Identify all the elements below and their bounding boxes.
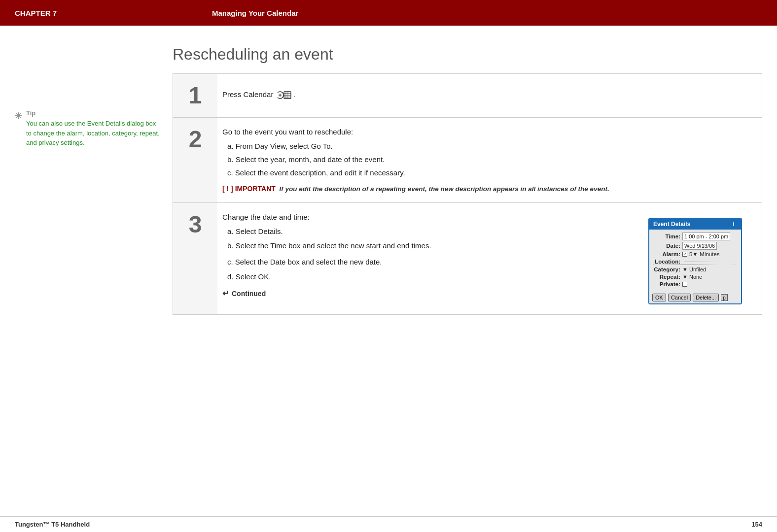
continued: ↵ Continued — [222, 289, 638, 298]
chapter-label: CHAPTER 7 — [15, 9, 212, 17]
step-1-press-text: Press Calendar — [222, 90, 273, 99]
important-bracket: [ ! ] — [222, 185, 233, 193]
step-1-content: Press Calendar — [217, 74, 762, 117]
steps-container: 1 Press Calendar — [173, 73, 762, 315]
alarm-dropdown[interactable]: ▼ — [692, 251, 698, 257]
content-area: Rescheduling an event 1 Press Calendar — [173, 45, 762, 315]
step-3-sub-d: d. Select OK. — [227, 272, 638, 281]
event-details-dialog: Event Details i Time: 1:00 pm - 2:00 pm — [648, 218, 742, 304]
repeat-dropdown[interactable]: ▼ None — [682, 274, 702, 280]
tip-block: ✳ Tip You can also use the Event Details… — [15, 109, 163, 148]
ok-button[interactable]: OK — [652, 294, 666, 301]
footer-brand: Tungsten™ T5 Handheld — [15, 521, 90, 528]
step-3-body: Change the date and time: a. Select Deta… — [222, 213, 747, 304]
delete-button[interactable]: Delete... — [693, 294, 719, 301]
step-3-dialog-area: Event Details i Time: 1:00 pm - 2:00 pm — [648, 213, 747, 304]
dialog-title: Event Details — [653, 221, 690, 228]
location-label: Location: — [653, 259, 680, 265]
sub-d-text: Select OK. — [236, 272, 271, 281]
private-label: Private: — [653, 281, 680, 287]
sub-a-text: Select Details. — [236, 227, 283, 235]
cancel-button[interactable]: Cancel — [668, 294, 691, 301]
important-label: IMPORTANT — [235, 185, 276, 193]
step-3-number-col: 3 — [173, 203, 217, 314]
step-1: 1 Press Calendar — [173, 74, 762, 118]
step-2-main: Go to the event you want to reschedule: — [222, 128, 747, 136]
sub-c-label: c. — [227, 258, 235, 266]
alarm-checkbox[interactable]: ✓ — [682, 252, 687, 257]
sub-a-label: a. — [227, 227, 236, 235]
sub-d-label: d. — [227, 272, 236, 281]
sub-b-text: Select the Time box and select the new s… — [236, 241, 431, 250]
date-label: Date: — [653, 243, 680, 249]
step-2-sub-c: c. Select the event description, and edi… — [227, 168, 747, 177]
page-header: CHAPTER 7 Managing Your Calendar — [0, 0, 777, 26]
step-3: 3 Change the date and time: a. Select De… — [173, 203, 762, 314]
step-3-main: Change the date and time: — [222, 213, 638, 221]
location-line — [684, 262, 737, 262]
tip-text: You can also use the Event Details dialo… — [26, 119, 163, 148]
tip-label: Tip — [26, 109, 163, 117]
step-3-content: Change the date and time: a. Select Deta… — [217, 203, 762, 314]
step-3-sub-c: c. Select the Date box and select the ne… — [227, 257, 638, 268]
dialog-time-row: Time: 1:00 pm - 2:00 pm — [653, 233, 737, 240]
step-2-number: 2 — [189, 128, 202, 151]
sub-c-text: Select the Date box and select the new d… — [235, 258, 382, 266]
dialog-footer: OK Cancel Delete... p — [649, 292, 741, 303]
step-2-number-col: 2 — [173, 118, 217, 202]
repeat-label: Repeat: — [653, 274, 680, 280]
svg-rect-3 — [284, 92, 291, 99]
extra-button[interactable]: p — [721, 294, 728, 301]
step-2: 2 Go to the event you want to reschedule… — [173, 118, 762, 203]
info-icon: i — [730, 221, 737, 228]
main-content: ✳ Tip You can also use the Event Details… — [0, 26, 777, 344]
sidebar: ✳ Tip You can also use the Event Details… — [15, 45, 173, 315]
category-dropdown[interactable]: ▼ Unfiled — [682, 266, 706, 272]
sub-b-label: b. — [227, 241, 236, 250]
dialog-category-row: Category: ▼ Unfiled — [653, 266, 737, 272]
period: . — [293, 90, 295, 99]
footer-page: 154 — [751, 521, 762, 528]
continued-arrow-icon: ↵ — [222, 289, 229, 298]
dialog-body: Time: 1:00 pm - 2:00 pm Date: Wed 9/13/0… — [649, 230, 741, 292]
step-1-number-col: 1 — [173, 74, 217, 117]
tip-content: Tip You can also use the Event Details d… — [26, 109, 163, 148]
private-checkbox[interactable] — [682, 282, 687, 287]
alarm-unit: Minutes — [700, 251, 719, 257]
step-2-content: Go to the event you want to reschedule: … — [217, 118, 762, 202]
page-footer: Tungsten™ T5 Handheld 154 — [0, 516, 777, 532]
step-2-sub-a: a. From Day View, select Go To. — [227, 142, 747, 150]
step-3-number: 3 — [189, 213, 202, 236]
time-label: Time: — [653, 233, 680, 239]
step-1-text: Press Calendar — [222, 84, 747, 100]
step-3-sub-b: b. Select the Time box and select the ne… — [227, 240, 638, 252]
dialog-alarm-row: Alarm: ✓ 5 ▼ Minutes — [653, 251, 737, 257]
header-title: Managing Your Calendar — [212, 9, 298, 17]
page-title: Rescheduling an event — [173, 45, 762, 64]
step-3-left: Change the date and time: a. Select Deta… — [222, 213, 638, 304]
date-value[interactable]: Wed 9/13/06 — [682, 242, 717, 250]
dialog-private-row: Private: — [653, 281, 737, 287]
dialog-date-row: Date: Wed 9/13/06 — [653, 242, 737, 250]
calendar-icon — [276, 89, 291, 100]
category-label: Category: — [653, 266, 680, 272]
step-1-number: 1 — [189, 84, 202, 107]
tip-star-icon: ✳ — [15, 110, 22, 121]
dialog-location-row: Location: — [653, 259, 737, 265]
time-value[interactable]: 1:00 pm - 2:00 pm — [682, 233, 730, 240]
dialog-repeat-row: Repeat: ▼ None — [653, 274, 737, 280]
important-text: If you edit the description of a repeati… — [278, 185, 609, 193]
dialog-header: Event Details i — [649, 219, 741, 230]
step-3-sub-a: a. Select Details. — [227, 227, 638, 235]
alarm-label: Alarm: — [653, 251, 680, 257]
important-box: [ ! ] IMPORTANT If you edit the descript… — [222, 185, 747, 193]
continued-label: Continued — [232, 290, 266, 298]
step-2-sub-b: b. Select the year, month, and date of t… — [227, 155, 747, 164]
